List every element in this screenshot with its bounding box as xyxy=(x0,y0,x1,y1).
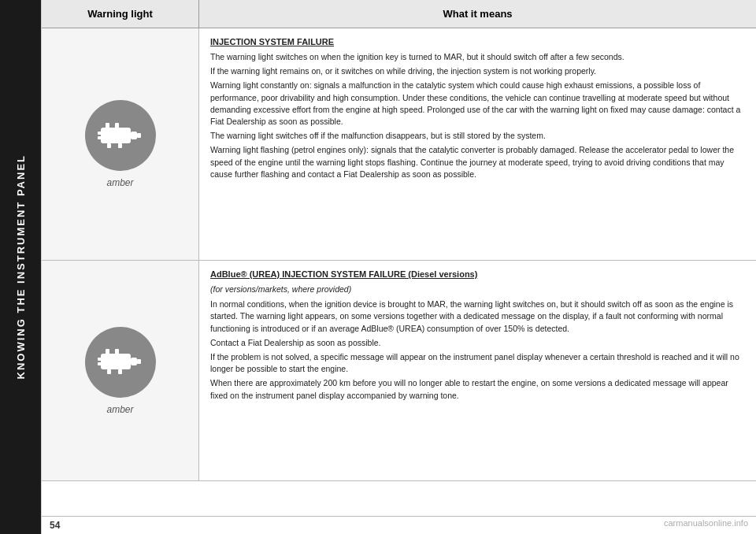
svg-rect-4 xyxy=(106,123,109,129)
svg-rect-3 xyxy=(98,136,102,139)
row2-p2: Contact a Fiat Dealership as soon as pos… xyxy=(210,337,745,349)
row1-title: INJECTION SYSTEM FAILURE xyxy=(210,36,745,49)
sidebar: KNOWING THE INSTRUMENT PANEL xyxy=(0,0,41,534)
table-body: amber INJECTION SYSTEM FAILURE The warni… xyxy=(42,28,756,516)
engine-warning-icon-2 xyxy=(85,327,156,398)
row1-p5: Warning light flashing (petrol engines o… xyxy=(210,144,745,180)
meaning-cell-2: AdBlue® (UREA) INJECTION SYSTEM FAILURE … xyxy=(199,261,756,480)
engine-svg-2 xyxy=(98,344,143,380)
table-row-2: amber AdBlue® (UREA) INJECTION SYSTEM FA… xyxy=(42,261,756,481)
sidebar-label: KNOWING THE INSTRUMENT PANEL xyxy=(15,154,27,379)
row2-p1: In normal conditions, when the ignition … xyxy=(210,299,745,335)
table-header: Warning light What it means xyxy=(42,0,756,28)
svg-rect-8 xyxy=(137,133,141,138)
main-content: Warning light What it means xyxy=(41,0,756,534)
svg-rect-9 xyxy=(101,354,131,369)
svg-rect-15 xyxy=(107,369,111,374)
warning-cell-2: amber xyxy=(42,261,199,480)
svg-rect-7 xyxy=(118,143,122,148)
row1-p2: If the warning light remains on, or it s… xyxy=(210,65,745,77)
col-warning-header: Warning light xyxy=(42,0,199,28)
row1-p1: The warning light switches on when the i… xyxy=(210,51,745,63)
svg-rect-13 xyxy=(106,349,109,355)
svg-rect-5 xyxy=(115,123,119,129)
row2-p4: When there are approximately 200 km befo… xyxy=(210,377,745,401)
svg-rect-14 xyxy=(115,349,119,355)
row1-p3: Warning light constantly on: signals a m… xyxy=(210,80,745,128)
page-number: 54 xyxy=(50,520,60,531)
amber-label-1: amber xyxy=(106,177,133,188)
bottom-bar: 54 xyxy=(42,516,756,534)
svg-rect-16 xyxy=(118,369,122,374)
row2-p3: If the problem is not solved, a specific… xyxy=(210,351,745,375)
svg-rect-0 xyxy=(101,128,131,143)
table-row: amber INJECTION SYSTEM FAILURE The warni… xyxy=(42,28,756,261)
meaning-cell-1: INJECTION SYSTEM FAILURE The warning lig… xyxy=(199,28,756,260)
engine-warning-icon-1 xyxy=(85,100,156,171)
row1-p4: The warning light switches off if the ma… xyxy=(210,130,745,142)
watermark: carmanualsonline.info xyxy=(664,518,748,528)
svg-rect-17 xyxy=(137,359,141,364)
row2-subtitle: (for versions/markets, where provided) xyxy=(210,284,745,295)
svg-rect-1 xyxy=(131,132,137,139)
row2-title: AdBlue® (UREA) INJECTION SYSTEM FAILURE … xyxy=(210,269,745,281)
svg-rect-11 xyxy=(98,358,102,361)
svg-rect-12 xyxy=(98,362,102,365)
svg-rect-2 xyxy=(98,132,102,135)
amber-label-2: amber xyxy=(106,404,133,415)
engine-svg-1 xyxy=(98,118,143,154)
svg-rect-6 xyxy=(107,143,111,148)
warning-cell-1: amber xyxy=(42,28,199,260)
col-meaning-header: What it means xyxy=(199,0,756,28)
svg-rect-10 xyxy=(131,358,137,365)
